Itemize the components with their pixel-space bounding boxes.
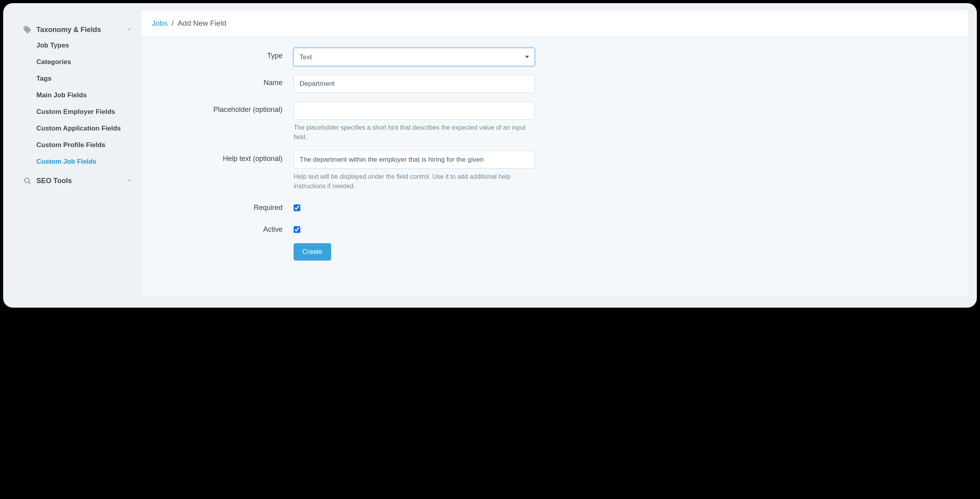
chevron-down-icon: [126, 178, 131, 184]
sidebar-item-tags[interactable]: Tags: [36, 70, 134, 87]
search-icon: [23, 176, 32, 185]
breadcrumb-separator: /: [172, 19, 173, 28]
main-panel: Jobs / Add New Field Type Text Name: [141, 10, 968, 297]
create-button[interactable]: Create: [294, 243, 331, 261]
sidebar-item-custom-job-fields[interactable]: Custom Job Fields: [36, 153, 134, 170]
label-type: Type: [157, 48, 294, 60]
form-row-placeholder: Placeholder (optional) The placeholder s…: [157, 102, 952, 142]
svg-line-1: [29, 182, 30, 184]
sidebar-item-custom-profile-fields[interactable]: Custom Profile Fields: [36, 137, 134, 153]
form-row-name: Name: [157, 75, 952, 93]
label-required: Required: [157, 200, 294, 212]
form-area: Type Text Name Placeholder (optional): [141, 37, 968, 297]
active-checkbox[interactable]: [294, 226, 300, 233]
breadcrumb: Jobs / Add New Field: [141, 10, 968, 37]
chevron-down-icon: [126, 27, 131, 33]
form-row-active: Active: [157, 221, 952, 234]
sidebar-item-main-job-fields[interactable]: Main Job Fields: [36, 87, 134, 104]
sidebar-section-taxonomy: Taxonomy & Fields Job Types Categories T…: [23, 22, 134, 170]
sidebar-header-seo[interactable]: SEO Tools: [23, 173, 134, 188]
placeholder-help: The placeholder specifies a short hint t…: [294, 123, 535, 142]
sidebar-item-custom-employer-fields[interactable]: Custom Employer Fields: [36, 104, 134, 120]
sidebar-header-taxonomy[interactable]: Taxonomy & Fields: [23, 22, 134, 37]
sidebar-title-seo: SEO Tools: [36, 177, 72, 185]
tag-icon: [23, 25, 32, 34]
sidebar: Taxonomy & Fields Job Types Categories T…: [12, 10, 134, 297]
type-select[interactable]: Text: [294, 48, 535, 66]
breadcrumb-root-link[interactable]: Jobs: [152, 19, 168, 28]
helptext-input[interactable]: [294, 151, 535, 169]
sidebar-item-custom-application-fields[interactable]: Custom Application Fields: [36, 120, 134, 137]
sidebar-section-seo: SEO Tools: [23, 173, 134, 188]
label-name: Name: [157, 75, 294, 87]
sidebar-item-categories[interactable]: Categories: [36, 54, 134, 70]
sidebar-title-taxonomy: Taxonomy & Fields: [36, 26, 101, 34]
sidebar-item-job-types[interactable]: Job Types: [36, 37, 134, 54]
label-active: Active: [157, 221, 294, 234]
label-helptext: Help text (optional): [157, 151, 294, 163]
form-row-helptext: Help text (optional) Help text will be d…: [157, 151, 952, 191]
required-checkbox[interactable]: [294, 204, 300, 211]
form-row-type: Type Text: [157, 48, 952, 66]
form-row-required: Required: [157, 200, 952, 213]
app-window: Taxonomy & Fields Job Types Categories T…: [3, 3, 977, 308]
label-placeholder: Placeholder (optional): [157, 102, 294, 114]
form-row-submit: Create: [157, 243, 952, 261]
helptext-help: Help text will be displayed under the fi…: [294, 172, 535, 191]
name-input[interactable]: [294, 75, 535, 93]
sidebar-items-taxonomy: Job Types Categories Tags Main Job Field…: [23, 37, 134, 170]
placeholder-input[interactable]: [294, 102, 535, 120]
breadcrumb-current: Add New Field: [177, 19, 226, 28]
